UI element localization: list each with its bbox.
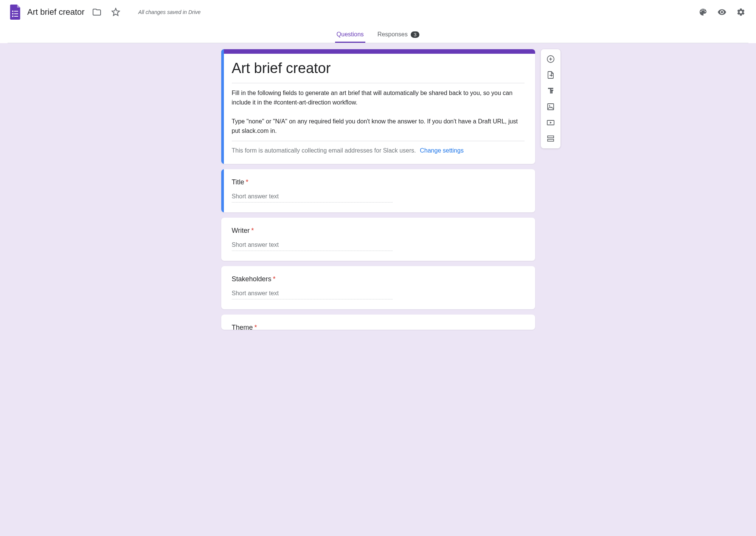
add-section-button[interactable] xyxy=(543,131,558,146)
question-card-writer[interactable]: Writer* Short answer text xyxy=(221,218,535,261)
svg-rect-5 xyxy=(14,16,18,17)
form-column: Art brief creator Fill in the following … xyxy=(221,49,535,330)
svg-rect-3 xyxy=(14,13,18,14)
required-star-icon: * xyxy=(255,324,257,330)
required-star-icon: * xyxy=(246,178,248,186)
star-button[interactable] xyxy=(108,5,123,20)
required-star-icon: * xyxy=(251,227,254,234)
save-status: All changes saved in Drive xyxy=(138,9,201,15)
svg-rect-0 xyxy=(12,11,13,12)
short-answer-placeholder: Short answer text xyxy=(232,193,393,203)
svg-rect-1 xyxy=(14,11,18,12)
svg-rect-4 xyxy=(12,16,13,17)
app-header: Art brief creator All changes saved in D… xyxy=(0,0,756,43)
tab-questions-label: Questions xyxy=(337,31,364,38)
move-to-folder-button[interactable] xyxy=(89,5,104,20)
customize-theme-button[interactable] xyxy=(695,5,711,20)
svg-marker-13 xyxy=(550,122,552,124)
question-label-text: Writer xyxy=(232,227,250,234)
question-toolbar xyxy=(541,49,560,148)
form-header-card[interactable]: Art brief creator Fill in the following … xyxy=(221,49,535,164)
form-description[interactable]: Fill in the following fields to generate… xyxy=(232,83,525,141)
add-image-button[interactable] xyxy=(543,99,558,114)
svg-point-11 xyxy=(549,105,550,106)
settings-button[interactable] xyxy=(733,5,748,20)
short-answer-placeholder: Short answer text xyxy=(232,242,393,251)
question-card-stakeholders[interactable]: Stakeholders* Short answer text xyxy=(221,266,535,309)
responses-count-badge: 3 xyxy=(411,31,419,38)
tab-responses-label: Responses xyxy=(377,31,408,38)
preview-button[interactable] xyxy=(714,5,730,20)
form-canvas: Art brief creator Fill in the following … xyxy=(0,43,756,536)
svg-rect-15 xyxy=(548,139,554,141)
question-label: Theme* xyxy=(232,324,525,330)
header-top-row: Art brief creator All changes saved in D… xyxy=(8,5,748,20)
tabs-bar: Questions Responses 3 xyxy=(8,27,748,43)
question-label-text: Theme xyxy=(232,324,253,330)
form-title[interactable]: Art brief creator xyxy=(232,59,525,78)
short-answer-placeholder: Short answer text xyxy=(232,290,393,299)
tab-questions[interactable]: Questions xyxy=(335,27,365,43)
question-card-theme[interactable]: Theme* xyxy=(221,315,535,330)
question-label-text: Stakeholders xyxy=(232,275,272,283)
tab-responses[interactable]: Responses 3 xyxy=(376,27,421,43)
header-actions xyxy=(695,5,748,20)
question-card-title[interactable]: Title* Short answer text xyxy=(221,169,535,212)
email-notice-text: This form is automatically collecting em… xyxy=(232,147,416,154)
change-settings-link[interactable]: Change settings xyxy=(420,147,464,154)
document-title[interactable]: Art brief creator xyxy=(26,6,85,19)
svg-rect-2 xyxy=(12,13,13,14)
forms-logo-icon[interactable] xyxy=(8,5,23,20)
question-label: Title* xyxy=(232,178,525,186)
import-questions-button[interactable] xyxy=(543,67,558,83)
add-video-button[interactable] xyxy=(543,115,558,130)
question-label: Stakeholders* xyxy=(232,275,525,283)
question-label: Writer* xyxy=(232,227,525,235)
required-star-icon: * xyxy=(273,275,276,283)
email-collection-notice: This form is automatically collecting em… xyxy=(232,147,525,154)
add-title-button[interactable] xyxy=(543,83,558,98)
svg-rect-14 xyxy=(548,136,554,138)
question-label-text: Title xyxy=(232,178,244,186)
add-question-button[interactable] xyxy=(543,51,558,67)
